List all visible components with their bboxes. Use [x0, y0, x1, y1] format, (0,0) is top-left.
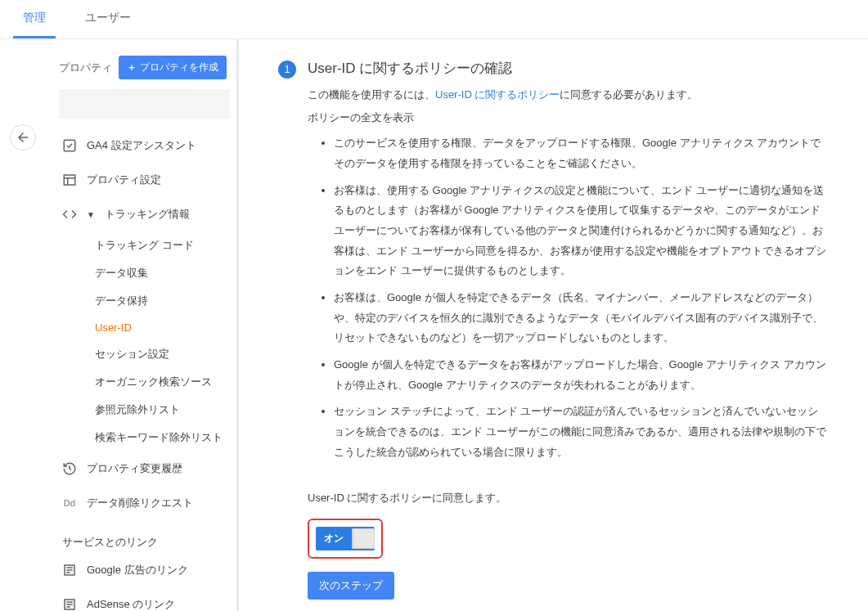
main-area: プロパティ ＋ プロパティを作成 GA4 設定アシスタント プロパティ設定 ▼ [0, 39, 868, 611]
step-1-intro: この機能を使用するには、User-ID に関するポリシーに同意する必要があります… [308, 86, 829, 104]
create-property-label: プロパティを作成 [140, 61, 218, 74]
nav-google-ads-label: Google 広告のリンク [87, 563, 188, 577]
nav-google-ads-link[interactable]: Google 広告のリンク [52, 553, 236, 587]
policy-bullet: お客様は、Google が個人を特定できるデータ（氏名、マイナンバー、メールアド… [334, 288, 829, 348]
property-name-placeholder[interactable] [59, 89, 230, 119]
step-1-badge: 1 [278, 61, 296, 79]
nav-ga4-assistant[interactable]: GA4 設定アシスタント [52, 128, 236, 163]
sidebar-header-label: プロパティ [59, 61, 112, 75]
nav-property-change-history-label: プロパティ変更履歴 [87, 461, 182, 476]
plus-icon: ＋ [127, 61, 137, 74]
back-button[interactable] [10, 124, 36, 151]
nav-tracking-info-label: トラッキング情報 [105, 207, 190, 222]
subnav-organic-search[interactable]: オーガニック検索ソース [95, 368, 236, 396]
policy-bullet: セッション ステッチによって、エンド ユーザーの認証が済んでいるセッションと済ん… [334, 402, 829, 462]
content-area: 1 User-ID に関するポリシーの確認 この機能を使用するには、User-I… [239, 39, 868, 611]
toggle-section: User-ID に関するポリシーに同意します。 オン 次のステップ [278, 489, 829, 612]
sidebar-header: プロパティ ＋ プロパティを作成 [52, 56, 236, 86]
top-tabs: 管理 ユーザー [13, 0, 141, 38]
policy-bullet: Google が個人を特定できるデータをお客様がアップロードした場合、Googl… [334, 355, 829, 395]
policy-bullet: このサービスを使用する権限、データをアップロードする権限、Google アナリテ… [334, 133, 829, 173]
next-step-button[interactable]: 次のステップ [308, 572, 394, 600]
nav-data-deletion-label: データ削除リクエスト [87, 496, 193, 510]
nav-property-settings-label: プロパティ設定 [87, 173, 161, 187]
nav-adsense-label: AdSense のリンク [87, 597, 175, 611]
tab-admin[interactable]: 管理 [13, 0, 56, 38]
chevron-down-icon: ▼ [87, 210, 95, 219]
subnav-data-collection[interactable]: データ収集 [95, 259, 236, 287]
history-icon [62, 461, 77, 476]
code-icon [62, 207, 77, 222]
toggle-knob [352, 528, 375, 549]
arrow-left-icon [16, 130, 30, 145]
intro-after: に同意する必要があります。 [560, 88, 698, 101]
svg-rect-1 [64, 175, 75, 185]
step-1-body: User-ID に関するポリシーの確認 この機能を使用するには、User-ID … [308, 59, 829, 469]
checkbox-icon [62, 138, 77, 153]
back-column [0, 39, 46, 611]
document-icon [62, 597, 77, 611]
nav-tracking-info[interactable]: ▼ トラッキング情報 [52, 197, 236, 231]
subnav-user-id[interactable]: User-ID [95, 315, 236, 340]
step-1-title: User-ID に関するポリシーの確認 [308, 59, 829, 78]
policy-bullet: お客様は、使用する Google アナリティクスの設定と機能について、エンド ユ… [334, 181, 829, 281]
nav-data-deletion[interactable]: Dd データ削除リクエスト [52, 486, 236, 520]
subnav-search-term-exclusion[interactable]: 検索キーワード除外リスト [95, 424, 236, 452]
user-id-policy-link[interactable]: User-ID に関するポリシー [435, 88, 560, 101]
tab-users[interactable]: ユーザー [75, 0, 141, 38]
service-links-header: サービスとのリンク [52, 520, 236, 553]
subnav-referral-exclusion[interactable]: 参照元除外リスト [95, 396, 236, 424]
toggle-on-label: オン [316, 527, 352, 550]
svg-rect-0 [64, 140, 75, 151]
layout-icon [62, 173, 77, 187]
policy-bullets: このサービスを使用する権限、データをアップロードする権限、Google アナリテ… [308, 133, 829, 462]
subnav-session-settings[interactable]: セッション設定 [95, 340, 236, 368]
intro-before: この機能を使用するには、 [308, 88, 435, 101]
create-property-button[interactable]: ＋ プロパティを作成 [119, 56, 227, 79]
document-icon [62, 563, 77, 577]
subnav-tracking-code[interactable]: トラッキング コード [95, 231, 236, 259]
tracking-sub-list: トラッキング コード データ収集 データ保持 User-ID セッション設定 オ… [52, 231, 236, 452]
sidebar: プロパティ ＋ プロパティを作成 GA4 設定アシスタント プロパティ設定 ▼ [46, 39, 239, 611]
subnav-data-retention[interactable]: データ保持 [95, 287, 236, 315]
dd-icon: Dd [62, 496, 77, 510]
nav-property-change-history[interactable]: プロパティ変更履歴 [52, 452, 236, 486]
step-1: 1 User-ID に関するポリシーの確認 この機能を使用するには、User-I… [278, 59, 829, 469]
nav-property-settings[interactable]: プロパティ設定 [52, 163, 236, 197]
nav-adsense-link[interactable]: AdSense のリンク [52, 587, 236, 611]
top-bar: 管理 ユーザー [0, 0, 868, 39]
nav-ga4-assistant-label: GA4 設定アシスタント [87, 138, 196, 153]
policy-agree-toggle[interactable]: オン [316, 527, 375, 550]
policy-full-text: ポリシーの全文を表示 [308, 109, 829, 127]
toggle-highlight-box: オン [308, 519, 383, 559]
agree-label: User-ID に関するポリシーに同意します。 [308, 489, 829, 507]
